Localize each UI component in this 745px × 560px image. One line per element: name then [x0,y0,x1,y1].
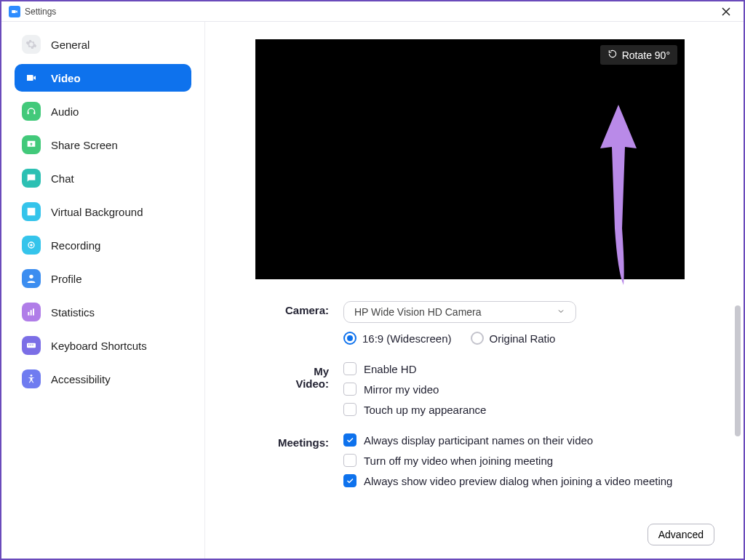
accessibility-icon [22,369,41,388]
radio-label: 16:9 (Widescreen) [362,332,452,345]
sidebar-item-chat[interactable]: Chat [15,164,191,192]
sidebar-item-label: Profile [51,273,82,285]
checkbox-label: Mirror my video [364,383,439,396]
rotate-icon [607,49,618,61]
rotate-label: Rotate 90° [622,49,670,61]
sidebar-item-label: Video [51,72,81,84]
sidebar-item-statistics[interactable]: Statistics [15,298,191,326]
share-screen-icon [22,135,41,154]
svg-rect-7 [28,345,29,345]
svg-rect-3 [28,312,29,316]
chat-icon [22,169,41,188]
settings-window: Settings General Video [0,0,745,560]
sidebar-item-share-screen[interactable]: Share Screen [15,131,191,159]
sidebar-item-recording[interactable]: Recording [15,231,191,259]
video-preview: Rotate 90° [255,39,685,279]
scrollbar-thumb[interactable] [735,305,741,436]
content-area: Rotate 90° Camera: HP Wide Vision HD Cam… [205,22,744,559]
enable-hd-checkbox[interactable]: Enable HD [343,362,720,375]
body: General Video Audio Share Screen [1,22,744,559]
statistics-icon [22,303,41,321]
aspect-ratio-original-radio[interactable]: Original Ratio [471,332,556,345]
video-icon [22,68,41,87]
checkbox-label: Always show video preview dialog when jo… [364,475,672,487]
rotate-90-button[interactable]: Rotate 90° [600,45,677,65]
turn-off-video-checkbox[interactable]: Turn off my video when joining meeting [343,454,720,467]
checkbox-label: Turn off my video when joining meeting [364,455,553,467]
radio-icon [471,332,484,345]
sidebar-item-label: Audio [51,105,79,118]
checkbox-label: Touch up my appearance [364,404,486,416]
sidebar-item-label: Virtual Background [51,206,143,218]
chevron-down-icon [557,306,565,318]
video-settings-form: Camera: HP Wide Vision HD Camera 16:9 (W… [220,301,720,495]
sidebar-item-keyboard-shortcuts[interactable]: Keyboard Shortcuts [15,332,191,359]
touch-up-appearance-checkbox[interactable]: Touch up my appearance [343,403,720,416]
sidebar-item-video[interactable]: Video [15,64,191,92]
advanced-button[interactable]: Advanced [648,524,714,545]
checkbox-icon [343,362,356,375]
checkbox-icon [343,454,356,467]
camera-select-value: HP Wide Vision HD Camera [354,306,482,318]
checkbox-label: Always display participant names on thei… [364,434,593,447]
sidebar-item-label: Chat [51,172,74,185]
sidebar-item-label: Statistics [51,306,95,319]
camera-label: Camera: [278,301,343,352]
window-title: Settings [25,7,56,17]
camera-select[interactable]: HP Wide Vision HD Camera [343,301,576,323]
radio-label: Original Ratio [490,332,556,345]
sidebar-item-label: Keyboard Shortcuts [51,340,147,352]
sidebar-item-general[interactable]: General [15,31,191,58]
virtual-background-icon [22,202,41,221]
svg-rect-5 [33,308,34,315]
profile-icon [22,269,41,288]
svg-point-2 [29,275,33,279]
checkbox-label: Enable HD [364,363,417,375]
close-button[interactable] [713,2,739,21]
sidebar: General Video Audio Share Screen [1,22,205,559]
meetings-label: Meetings: [278,433,343,495]
svg-rect-9 [32,345,33,345]
gear-icon [22,35,41,54]
always-display-names-checkbox[interactable]: Always display participant names on thei… [343,433,720,447]
sidebar-item-label: Recording [51,239,100,252]
recording-icon [22,236,41,255]
sidebar-item-profile[interactable]: Profile [15,265,191,292]
sidebar-item-accessibility[interactable]: Accessibility [15,365,191,393]
headphones-icon [22,102,41,121]
radio-icon [343,332,356,345]
sidebar-item-virtual-background[interactable]: Virtual Background [15,198,191,225]
svg-rect-4 [31,310,32,315]
svg-point-10 [31,375,33,377]
always-preview-checkbox[interactable]: Always show video preview dialog when jo… [343,474,720,487]
sidebar-item-label: General [51,39,89,51]
mirror-video-checkbox[interactable]: Mirror my video [343,383,720,396]
annotation-arrow [593,105,644,289]
checkbox-icon [343,383,356,396]
checkbox-icon [343,474,356,487]
sidebar-item-label: Accessibility [51,373,111,385]
svg-rect-8 [31,345,31,345]
titlebar: Settings [1,1,744,22]
zoom-app-icon [9,6,20,17]
checkbox-icon [343,403,356,416]
aspect-ratio-widescreen-radio[interactable]: 16:9 (Widescreen) [343,332,452,345]
my-video-label: My Video: [278,362,343,423]
sidebar-item-audio[interactable]: Audio [15,97,191,125]
svg-point-1 [30,244,32,246]
checkbox-icon [343,433,356,447]
sidebar-item-label: Share Screen [51,139,118,151]
keyboard-icon [22,336,41,355]
